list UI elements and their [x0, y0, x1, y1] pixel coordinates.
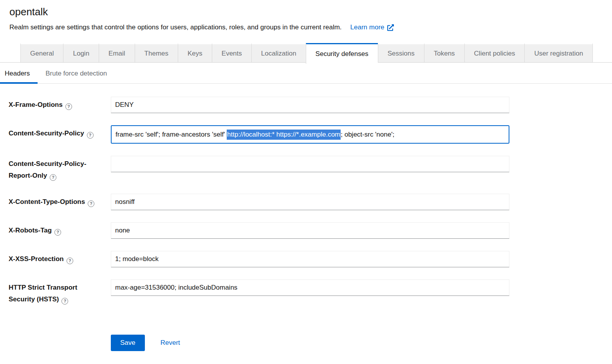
save-button[interactable]: Save	[111, 335, 145, 351]
form-row-x-xss-protection: X-XSS-Protection?	[9, 251, 612, 267]
subtab-headers[interactable]: Headers	[0, 64, 38, 83]
form-row-content-security-policy: Content-Security-Policy? frame-src 'self…	[9, 125, 612, 144]
field-label-text: Content-Security-Policy-Report-Only	[9, 160, 86, 179]
help-icon[interactable]: ?	[67, 258, 73, 264]
x-frame-options-label: X-Frame-Options?	[9, 97, 111, 111]
form-row-x-content-type-options: X-Content-Type-Options?	[9, 194, 612, 210]
learn-more-label: Learn more	[350, 23, 385, 32]
page-title: opentalk	[9, 5, 603, 18]
realm-settings-tabs: General Login Email Themes Keys Events L…	[0, 43, 612, 64]
tab-tokens[interactable]: Tokens	[424, 43, 464, 63]
form-row-csp-report-only: Content-Security-Policy-Report-Only?	[9, 156, 612, 182]
field-label-text: X-Robots-Tag	[9, 227, 52, 234]
form-row-hsts: HTTP Strict Transport Security (HSTS)?	[9, 279, 612, 305]
tab-sessions[interactable]: Sessions	[378, 43, 424, 63]
hsts-label: HTTP Strict Transport Security (HSTS)?	[9, 279, 111, 305]
help-icon[interactable]: ?	[65, 103, 72, 110]
hsts-input[interactable]	[111, 279, 509, 296]
csp-value-after: ; object-src 'none';	[341, 131, 394, 139]
field-label-text: X-XSS-Protection	[9, 255, 64, 263]
csp-value-selected: http://localhost:* https://*.example.com	[227, 130, 341, 140]
field-label-text: Content-Security-Policy	[9, 130, 84, 137]
tab-user-registration[interactable]: User registration	[524, 43, 593, 63]
headers-form: X-Frame-Options? Content-Security-Policy…	[0, 84, 612, 351]
x-frame-options-input[interactable]	[111, 97, 509, 113]
csp-report-only-label: Content-Security-Policy-Report-Only?	[9, 156, 111, 182]
x-xss-protection-label: X-XSS-Protection?	[9, 251, 111, 265]
form-row-x-frame-options: X-Frame-Options?	[9, 97, 612, 113]
tab-login[interactable]: Login	[63, 43, 99, 63]
field-label-text: X-Content-Type-Options	[9, 198, 85, 205]
tab-keys[interactable]: Keys	[178, 43, 212, 63]
x-robots-tag-input[interactable]	[111, 222, 509, 239]
tab-events[interactable]: Events	[212, 43, 251, 63]
tab-email[interactable]: Email	[99, 43, 135, 63]
tab-security-defenses[interactable]: Security defenses	[306, 43, 378, 64]
form-actions: Save Revert	[111, 335, 612, 351]
learn-more-link[interactable]: Learn more	[350, 23, 394, 32]
external-link-icon	[387, 24, 394, 31]
revert-link[interactable]: Revert	[161, 339, 180, 347]
form-row-x-robots-tag: X-Robots-Tag?	[9, 222, 612, 239]
tab-localization[interactable]: Localization	[251, 43, 306, 63]
field-label-text: X-Frame-Options	[9, 101, 63, 108]
page-header: opentalk Realm settings are settings tha…	[0, 0, 612, 32]
x-robots-tag-label: X-Robots-Tag?	[9, 222, 111, 236]
x-content-type-options-label: X-Content-Type-Options?	[9, 194, 111, 208]
help-icon[interactable]: ?	[61, 298, 68, 305]
help-icon[interactable]: ?	[87, 132, 94, 139]
help-icon[interactable]: ?	[50, 174, 56, 181]
csp-value-before: frame-src 'self'; frame-ancestors 'self'	[116, 131, 227, 139]
security-defenses-subtabs: Headers Brute force detection	[0, 64, 612, 84]
tab-general[interactable]: General	[20, 43, 63, 63]
help-icon[interactable]: ?	[54, 229, 61, 236]
csp-report-only-input[interactable]	[111, 156, 509, 172]
x-xss-protection-input[interactable]	[111, 251, 509, 267]
tab-themes[interactable]: Themes	[135, 43, 178, 63]
subtab-brute-force-detection[interactable]: Brute force detection	[38, 64, 115, 83]
tab-client-policies[interactable]: Client policies	[464, 43, 525, 63]
content-security-policy-label: Content-Security-Policy?	[9, 125, 111, 139]
page-subtitle: Realm settings are settings that control…	[9, 23, 342, 32]
subtitle-row: Realm settings are settings that control…	[9, 23, 603, 32]
help-icon[interactable]: ?	[88, 200, 94, 207]
x-content-type-options-input[interactable]	[111, 194, 509, 210]
content-security-policy-input[interactable]: frame-src 'self'; frame-ancestors 'self'…	[111, 125, 509, 144]
